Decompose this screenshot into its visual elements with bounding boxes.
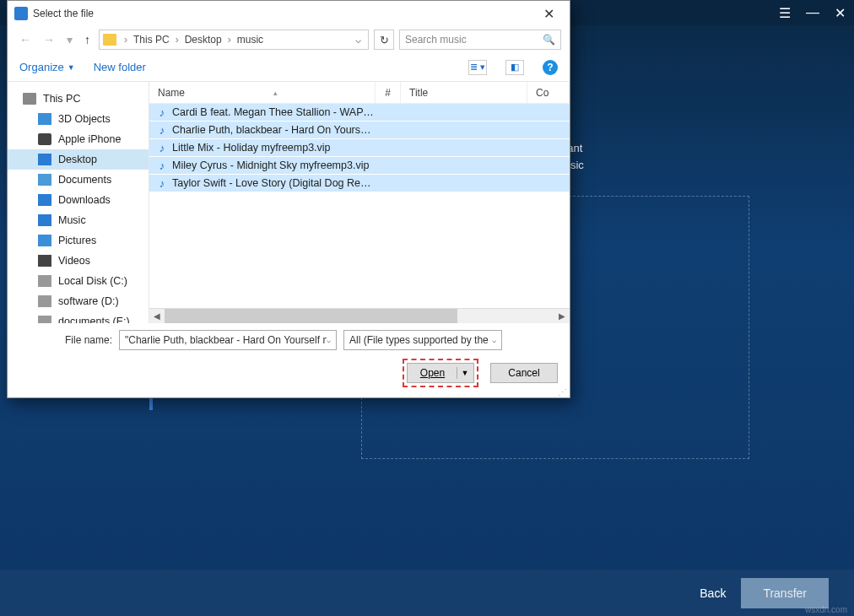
dialog-close-icon[interactable]: ✕ [535,3,563,25]
file-row[interactable]: ♪Miley Cyrus - Midnight Sky myfreemp3.vi… [149,157,570,175]
nav-up-icon[interactable]: ↑ [81,31,94,48]
tree-pictures[interactable]: Pictures [8,230,149,251]
document-icon [38,174,51,186]
breadcrumb[interactable]: › This PC › Desktop › music ⌵ [99,30,369,50]
music-file-icon: ♪ [156,142,168,154]
scroll-right-icon[interactable]: ▶ [554,309,570,323]
filetype-select[interactable]: All (File types supported by the ⌵ [343,330,502,350]
tree-videos[interactable]: Videos [8,251,149,271]
refresh-button[interactable]: ↻ [374,30,394,50]
crumb-music[interactable]: music [235,34,265,46]
chevron-down-icon: ▼ [68,63,75,72]
dialog-title: Select the file [33,8,94,19]
tree-documents[interactable]: Documents [8,170,149,190]
folder-tree: This PC 3D Objects Apple iPhone Desktop … [8,82,149,323]
chevron-right-icon: › [173,34,181,46]
list-icon[interactable]: ☰ [779,5,791,21]
sidebar-indicator [149,397,153,410]
search-icon: 🔍 [543,34,555,46]
chevron-down-icon[interactable]: ⌵ [492,336,496,344]
file-dialog: Select the file ✕ ← → ▾ ↑ › This PC › De… [7,0,570,398]
tree-documents-e[interactable]: documents (E:) [8,311,149,323]
sort-asc-icon: ▴ [273,89,278,97]
column-number[interactable]: # [376,82,401,103]
view-options-button[interactable]: ≣ ▾ [468,60,487,75]
tree-3d-objects[interactable]: 3D Objects [8,109,149,129]
crumb-this-pc[interactable]: This PC [132,34,171,46]
tree-software-d[interactable]: software (D:) [8,291,149,311]
video-icon [38,255,51,267]
breadcrumb-dropdown-icon[interactable]: ⌵ [352,34,365,46]
dialog-nav: ← → ▾ ↑ › This PC › Desktop › music ⌵ ↻ … [8,26,570,53]
filename-input[interactable]: "Charlie Puth, blackbear - Hard On Yours… [119,330,337,350]
pc-icon [23,93,36,105]
dialog-footer: File name: "Charlie Puth, blackbear - Ha… [8,323,570,397]
scroll-track[interactable] [165,309,554,323]
disk-icon [38,275,51,287]
file-row[interactable]: ♪Charlie Puth, blackbear - Hard On Yours… [149,122,570,139]
open-button[interactable]: Open ▼ [407,363,474,383]
music-file-icon: ♪ [156,106,168,118]
cube-icon [38,113,51,125]
folder-icon [103,34,116,46]
picture-icon [38,235,51,246]
chevron-right-icon: › [122,34,130,46]
crumb-desktop[interactable]: Desktop [183,34,224,46]
close-icon[interactable]: ✕ [835,5,846,21]
minimize-icon[interactable]: — [806,5,819,20]
app-footer: Back Transfer [0,570,854,616]
transfer-button[interactable]: Transfer [741,578,829,608]
tree-desktop[interactable]: Desktop [8,149,149,170]
music-icon [38,214,51,226]
file-row[interactable]: ♪Cardi B feat. Megan Thee Stallion - WAP… [149,104,570,122]
music-file-icon: ♪ [156,124,168,136]
watermark: wsxdn.com [805,605,847,614]
preview-pane-button[interactable]: ◧ [505,60,524,75]
open-button-highlight: Open ▼ [403,359,478,387]
search-placeholder: Search music [405,34,467,46]
file-row[interactable]: ♪Taylor Swift - Love Story (Digital Dog … [149,175,570,192]
phone-icon [38,133,51,145]
chevron-down-icon[interactable]: ⌵ [327,336,331,344]
nav-recent-icon[interactable]: ▾ [63,31,76,48]
file-list-header: Name▴ # Title Co [149,82,570,104]
dialog-titlebar: Select the file ✕ [8,1,570,26]
music-file-icon: ♪ [156,159,168,171]
resize-grip-icon[interactable]: ⋰ [558,391,567,395]
download-icon [38,194,51,206]
nav-forward-icon[interactable]: → [40,31,58,48]
chevron-right-icon: › [225,34,234,46]
file-list: ♪Cardi B feat. Megan Thee Stallion - WAP… [149,104,570,308]
nav-back-icon[interactable]: ← [16,31,35,48]
tree-apple-iphone[interactable]: Apple iPhone [8,129,149,149]
music-file-icon: ♪ [156,177,168,189]
search-input[interactable]: Search music 🔍 [399,30,561,50]
open-dropdown-icon[interactable]: ▼ [457,369,473,377]
filename-label: File name: [19,334,112,346]
back-button[interactable]: Back [700,586,726,600]
horizontal-scrollbar[interactable]: ◀ ▶ [149,308,570,323]
tree-local-disk-c[interactable]: Local Disk (C:) [8,271,149,291]
tree-music[interactable]: Music [8,210,149,230]
new-folder-button[interactable]: New folder [94,61,146,73]
file-pane: Name▴ # Title Co ♪Cardi B feat. Megan Th… [149,82,570,323]
app-icon [14,7,28,20]
scroll-thumb[interactable] [165,309,457,323]
help-icon[interactable]: ? [543,60,558,75]
cancel-button[interactable]: Cancel [490,363,558,383]
column-name[interactable]: Name▴ [149,82,376,103]
desktop-icon [38,154,51,165]
file-row[interactable]: ♪Little Mix - Holiday myfreemp3.vip [149,139,570,157]
scroll-left-icon[interactable]: ◀ [149,309,165,323]
disk-icon [38,316,51,323]
disk-icon [38,295,51,307]
dialog-body: This PC 3D Objects Apple iPhone Desktop … [8,82,570,323]
organize-menu[interactable]: Organize ▼ [19,61,75,73]
column-title[interactable]: Title [401,82,527,103]
tree-downloads[interactable]: Downloads [8,190,149,210]
column-contributing[interactable]: Co [527,82,570,103]
tree-this-pc[interactable]: This PC [8,89,149,109]
dialog-toolbar: Organize ▼ New folder ≣ ▾ ◧ ? [8,53,570,82]
